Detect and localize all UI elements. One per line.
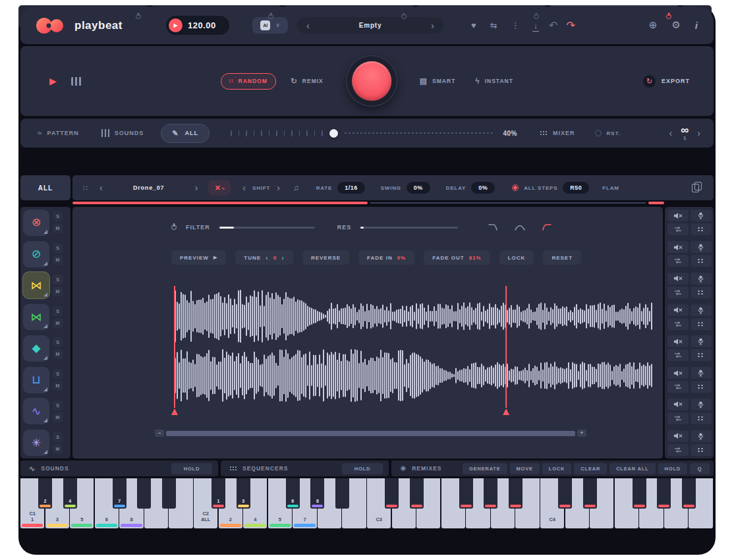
track-wave-speaker-mute-button[interactable] [667, 399, 689, 410]
move-button[interactable]: MOVE [510, 463, 540, 474]
key-Fs4[interactable] [633, 478, 646, 509]
start-marker-handle[interactable] [171, 408, 178, 415]
all-steps-cell[interactable]: ALL [20, 175, 71, 200]
sequencers-hold-button[interactable]: HOLD [342, 463, 383, 474]
tune-stepper[interactable]: TUNE ‹ 0 › [235, 250, 293, 265]
sample-next-button[interactable]: › [195, 183, 198, 192]
solo-button[interactable]: S [53, 275, 63, 285]
res-slider[interactable] [360, 227, 458, 229]
flam-label[interactable]: FLAM [602, 185, 619, 191]
track-sparkle-button[interactable]: ✳ [23, 430, 49, 456]
track-shaker-record-mic-button[interactable] [691, 335, 712, 347]
remix-hold-button[interactable]: HOLD [658, 463, 687, 474]
save-download-icon[interactable]: ↓ [534, 21, 538, 30]
filter-power-icon[interactable] [171, 225, 177, 230]
track-hihat-closed-drag-handle[interactable] [691, 287, 712, 298]
track-wave-swap-button[interactable] [667, 412, 689, 424]
track-drum-button[interactable]: ⊗ [23, 210, 49, 236]
highpass-icon[interactable] [541, 223, 551, 232]
mute-button[interactable]: M [53, 381, 63, 391]
all-tracks-button[interactable]: ✎ ALL [161, 124, 210, 143]
key-Cs3[interactable] [385, 478, 399, 509]
bpm-value[interactable]: 120.00 [188, 20, 216, 30]
zoom-in-button[interactable]: + [577, 430, 586, 437]
track-hihat-open-record-mic-button[interactable] [691, 304, 712, 316]
track-sparkle-record-mic-button[interactable] [691, 430, 712, 442]
tempo-display[interactable]: ▶ 120.00 [166, 16, 229, 35]
reset-button[interactable]: RESET [543, 250, 581, 265]
key-Ds4[interactable] [583, 478, 597, 509]
track-hihat-open-swap-button[interactable] [667, 318, 689, 330]
quantize-button[interactable]: Q [690, 463, 710, 474]
reset-button[interactable]: RST. [595, 130, 621, 136]
track-hihat-closed-record-mic-button[interactable] [691, 273, 712, 285]
solo-button[interactable]: S [53, 432, 63, 442]
key-Gs2[interactable]: 8 [310, 478, 324, 509]
track-tom-button[interactable]: ⊔ [23, 367, 49, 393]
info-icon[interactable]: i [695, 20, 698, 31]
solo-button[interactable]: S [53, 369, 63, 379]
track-sparkle-speaker-mute-button[interactable] [667, 430, 689, 442]
track-drum-record-mic-button[interactable] [691, 210, 712, 221]
key-Fs3[interactable] [459, 478, 473, 509]
track-shaker-button[interactable]: ◆ [23, 335, 49, 362]
power-icon[interactable] [534, 14, 539, 19]
key-As1[interactable] [162, 478, 176, 509]
mute-button[interactable]: M [53, 223, 63, 233]
track-hihat-closed-speaker-mute-button[interactable] [667, 273, 689, 285]
track-drum-drag-handle[interactable] [691, 223, 712, 235]
random-button[interactable]: ∷ RANDOM [221, 73, 276, 90]
solo-button[interactable]: S [53, 306, 63, 316]
pattern-prev-button[interactable]: ‹ [669, 128, 673, 138]
solo-button[interactable]: S [53, 243, 63, 253]
key-Cs1[interactable]: 2 [38, 478, 52, 509]
key-Cs2[interactable]: 1 [212, 478, 225, 509]
track-cymbal-speaker-mute-button[interactable] [667, 241, 689, 253]
key-Fs2[interactable]: 6 [286, 478, 300, 509]
shift-right-button[interactable]: › [277, 183, 280, 192]
play-button[interactable]: ▶ [169, 18, 183, 32]
lowpass-icon[interactable] [488, 223, 499, 232]
preset-name[interactable]: Empty [359, 22, 382, 29]
favorite-icon[interactable]: ♥ [471, 20, 476, 30]
mute-button[interactable]: M [53, 255, 63, 265]
track-tom-swap-button[interactable] [667, 381, 689, 393]
track-shaker-swap-button[interactable] [667, 349, 689, 361]
track-sparkle-drag-handle[interactable] [691, 444, 712, 456]
shuffle-icon[interactable]: ⇆ [490, 20, 497, 30]
key-Ds3[interactable] [410, 478, 424, 509]
track-hihat-open-drag-handle[interactable] [691, 318, 712, 330]
clear-all-button[interactable]: CLEAR ALL [609, 463, 655, 474]
track-wave-button[interactable]: ∿ [23, 398, 49, 424]
track-shaker-speaker-mute-button[interactable] [667, 335, 689, 347]
key-Fs1[interactable]: 7 [113, 478, 127, 509]
mute-button[interactable]: M [53, 444, 63, 454]
solo-button[interactable]: S [53, 337, 63, 347]
filter-slider[interactable] [219, 227, 315, 229]
more-options-icon[interactable]: ⋮ [511, 20, 520, 30]
end-marker-handle[interactable] [503, 408, 509, 415]
track-hihat-closed-button[interactable]: ⋈ [23, 272, 49, 298]
track-cymbal-record-mic-button[interactable] [691, 241, 712, 253]
export-button[interactable]: ↻ EXPORT [643, 46, 690, 116]
mute-button[interactable]: M [53, 287, 63, 296]
key-Gs3[interactable] [484, 478, 497, 509]
redo-icon[interactable]: ↷ [566, 19, 575, 32]
track-hihat-closed-swap-button[interactable] [667, 287, 689, 298]
clear-sample-button[interactable]: ✕∿ [208, 180, 231, 196]
mute-button[interactable]: M [53, 318, 63, 328]
dice-icon[interactable]: ∷ [83, 184, 88, 192]
rate-value[interactable]: 1/16 [337, 182, 365, 194]
smart-button[interactable]: ▤ SMART [420, 76, 456, 86]
preset-prev-button[interactable]: ‹ [306, 21, 310, 30]
mute-button[interactable]: M [53, 349, 63, 359]
track-cymbal-swap-button[interactable] [667, 255, 689, 267]
ai-generator-dropdown[interactable]: AI ∨ [252, 17, 288, 34]
preset-next-button[interactable]: › [431, 21, 434, 30]
fade-in-control[interactable]: FADE IN 0% [358, 250, 414, 265]
track-cymbal-button[interactable]: ⊘ [23, 241, 49, 267]
tab-pattern[interactable]: ≈ PATTERN [38, 128, 79, 138]
key-As4[interactable] [682, 478, 696, 509]
notes-icon[interactable]: ♫ [293, 183, 299, 192]
main-trigger-button[interactable] [346, 55, 397, 107]
